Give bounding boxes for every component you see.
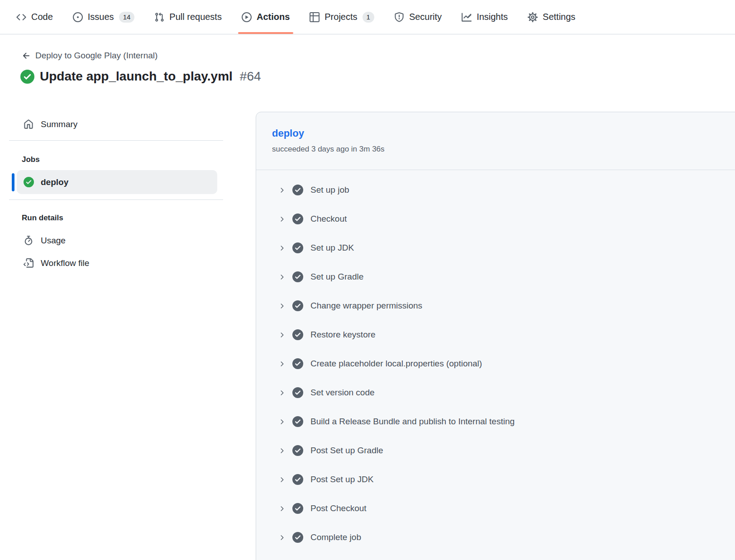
step-success-icon <box>292 474 303 485</box>
step-success-icon <box>292 300 303 311</box>
arrow-left-icon[interactable] <box>22 51 31 61</box>
tab-label: Pull requests <box>169 12 222 22</box>
run-details-heading: Run details <box>22 214 63 223</box>
chevron-right-icon[interactable] <box>278 302 286 310</box>
sidebar-item-usage[interactable]: Usage <box>24 231 66 251</box>
table-icon <box>310 12 320 22</box>
step-success-icon <box>292 329 303 340</box>
chevron-right-icon[interactable] <box>278 244 286 252</box>
step-success-icon <box>292 185 303 195</box>
step-row-post-set-up-gradle[interactable]: Post Set up Gradle <box>256 436 735 465</box>
run-title-row: Update app_launch_to_play.yml #64 <box>20 69 261 84</box>
chevron-right-icon[interactable] <box>278 447 286 455</box>
home-icon <box>24 119 33 129</box>
chevron-right-icon[interactable] <box>278 505 286 513</box>
git-pull-request-icon <box>154 12 164 22</box>
chevron-right-icon[interactable] <box>278 273 286 281</box>
step-row-create-placeholder-local-properties-optional[interactable]: Create placeholder local.properties (opt… <box>256 349 735 378</box>
step-success-icon <box>292 387 303 398</box>
tab-label: Insights <box>477 12 508 22</box>
step-row-post-checkout[interactable]: Post Checkout <box>256 494 735 523</box>
repo-tab-bar: Code Issues 14 Pull requests Actions Pro… <box>0 0 735 34</box>
sidebar-item-label: Summary <box>41 119 77 129</box>
chevron-right-icon[interactable] <box>278 186 286 194</box>
chevron-right-icon[interactable] <box>278 389 286 397</box>
step-label: Change wrapper permissions <box>310 301 422 311</box>
step-label: Checkout <box>310 214 347 224</box>
step-success-icon <box>292 445 303 456</box>
tab-insights[interactable]: Insights <box>457 0 512 34</box>
step-label: Post Set up Gradle <box>310 446 383 456</box>
tab-settings[interactable]: Settings <box>523 0 580 34</box>
step-label: Set up Gradle <box>310 272 363 282</box>
step-success-icon <box>292 503 303 514</box>
tab-pull-requests[interactable]: Pull requests <box>150 0 226 34</box>
file-code-icon <box>24 258 33 268</box>
step-row-set-up-gradle[interactable]: Set up Gradle <box>256 262 735 291</box>
job-title-link[interactable]: deploy <box>272 128 304 139</box>
breadcrumb: Deploy to Google Play (Internal) <box>22 51 158 61</box>
step-success-icon <box>292 242 303 253</box>
gear-icon <box>528 12 538 22</box>
panel-divider <box>256 170 735 170</box>
step-label: Set version code <box>310 388 375 398</box>
tab-label: Settings <box>543 12 575 22</box>
tab-issues[interactable]: Issues 14 <box>68 0 139 34</box>
chevron-right-icon[interactable] <box>278 215 286 223</box>
chevron-right-icon[interactable] <box>278 476 286 484</box>
step-row-set-up-job[interactable]: Set up job <box>256 176 735 204</box>
step-success-icon <box>292 416 303 427</box>
issue-opened-icon <box>73 12 83 22</box>
shield-icon <box>394 12 404 22</box>
selected-job-accent-bar <box>12 173 14 191</box>
success-check-icon <box>20 70 34 84</box>
step-label: Set up job <box>310 185 349 195</box>
chevron-right-icon[interactable] <box>278 360 286 368</box>
tab-code[interactable]: Code <box>12 0 57 34</box>
step-label: Post Checkout <box>310 503 367 513</box>
job-status-line: succeeded 3 days ago in 3m 36s <box>272 145 385 154</box>
step-row-set-up-jdk[interactable]: Set up JDK <box>256 233 735 262</box>
code-icon <box>16 12 26 22</box>
sidebar-item-workflow-file[interactable]: Workflow file <box>24 253 89 273</box>
step-label: Post Set up JDK <box>310 475 373 484</box>
chevron-right-icon[interactable] <box>278 534 286 541</box>
graph-icon <box>462 12 472 22</box>
chevron-right-icon[interactable] <box>278 331 286 339</box>
step-row-set-version-code[interactable]: Set version code <box>256 378 735 407</box>
tab-security[interactable]: Security <box>390 0 446 34</box>
sidebar-divider <box>9 199 223 200</box>
step-row-checkout[interactable]: Checkout <box>256 204 735 233</box>
step-success-icon <box>292 358 303 369</box>
step-row-restore-keystore[interactable]: Restore keystore <box>256 320 735 349</box>
jobs-heading: Jobs <box>22 155 40 164</box>
sidebar-item-label: Usage <box>41 236 66 246</box>
workflow-name: Deploy to Google Play (Internal) <box>35 51 158 61</box>
job-panel: deploy succeeded 3 days ago in 3m 36s Se… <box>256 112 735 560</box>
chevron-right-icon[interactable] <box>278 418 286 426</box>
step-row-post-set-up-jdk[interactable]: Post Set up JDK <box>256 465 735 494</box>
sidebar-item-label: Workflow file <box>41 258 89 268</box>
step-success-icon <box>292 214 303 224</box>
play-circle-icon <box>242 12 252 22</box>
tab-label: Projects <box>325 12 357 22</box>
job-label: deploy <box>41 177 68 187</box>
tab-projects[interactable]: Projects 1 <box>305 0 379 34</box>
run-number: #64 <box>240 69 261 84</box>
step-row-change-wrapper-permissions[interactable]: Change wrapper permissions <box>256 291 735 320</box>
sidebar-item-summary[interactable]: Summary <box>24 114 77 134</box>
step-label: Restore keystore <box>310 330 376 340</box>
step-row-build-a-release-bundle-and-publish-to-internal-testing[interactable]: Build a Release Bundle and publish to In… <box>256 407 735 436</box>
steps-list: Set up job Checkout Set up JDK Set up Gr… <box>256 176 735 552</box>
tab-count-badge: 14 <box>119 12 135 23</box>
run-title: Update app_launch_to_play.yml <box>40 69 233 84</box>
tab-actions[interactable]: Actions <box>237 0 294 34</box>
tab-label: Security <box>409 12 442 22</box>
sidebar-job-deploy[interactable]: deploy <box>17 170 217 194</box>
step-label: Build a Release Bundle and publish to In… <box>310 417 515 427</box>
step-label: Complete job <box>310 532 361 542</box>
tab-label: Issues <box>88 12 114 22</box>
tab-label: Code <box>31 12 53 22</box>
step-row-complete-job[interactable]: Complete job <box>256 523 735 552</box>
tab-label: Actions <box>257 12 290 22</box>
